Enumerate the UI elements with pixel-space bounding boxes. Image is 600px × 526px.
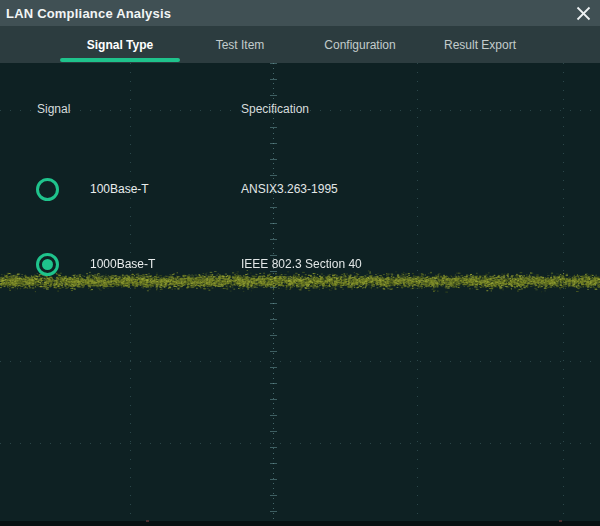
graticule-vline-1 — [130, 63, 131, 520]
lan-compliance-dialog: LAN Compliance Analysis Signal Type Test… — [0, 0, 600, 526]
signal-type-panel: Signal Specification 100Base-T ANSIX3.26… — [0, 63, 600, 526]
titlebar: LAN Compliance Analysis — [0, 0, 600, 26]
tab-configuration[interactable]: Configuration — [300, 26, 420, 63]
close-icon — [576, 6, 591, 21]
radio-100base-t[interactable] — [36, 178, 59, 201]
graticule-hline-2 — [0, 361, 600, 362]
signal-row-100base-t[interactable]: 100Base-T ANSIX3.263-1995 — [0, 177, 600, 201]
active-tab-underline — [60, 58, 180, 62]
column-header-signal: Signal — [37, 102, 70, 116]
column-header-specification: Specification — [241, 102, 309, 116]
signal-row-1000base-t[interactable]: 1000Base-T IEEE 802.3 Section 40 — [0, 252, 600, 276]
signal-name: 1000Base-T — [90, 252, 155, 276]
graticule-vline-3 — [563, 63, 564, 520]
tabbar: Signal Type Test Item Configuration Resu… — [0, 26, 600, 63]
close-button[interactable] — [572, 3, 594, 23]
tab-result-export[interactable]: Result Export — [420, 26, 540, 63]
trace-marker-speck-1 — [146, 520, 149, 522]
graticule-hline-3 — [0, 443, 600, 444]
screen-bottom-edge — [0, 521, 600, 526]
graticule-vline-2 — [417, 63, 418, 520]
signal-specification: IEEE 802.3 Section 40 — [241, 252, 362, 276]
signal-specification: ANSIX3.263-1995 — [241, 177, 338, 201]
graticule-center-axis-ticks — [270, 63, 277, 520]
window-title: LAN Compliance Analysis — [0, 6, 171, 21]
trace-marker-speck-2 — [559, 520, 562, 522]
signal-name: 100Base-T — [90, 177, 149, 201]
tab-test-item[interactable]: Test Item — [180, 26, 300, 63]
radio-1000base-t[interactable] — [36, 253, 59, 276]
